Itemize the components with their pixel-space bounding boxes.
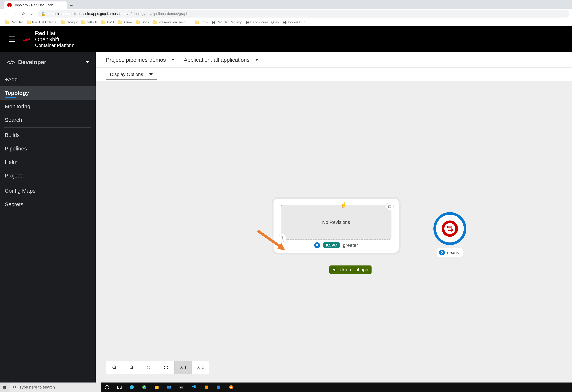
pointer-cursor-icon: ☝ bbox=[340, 202, 347, 208]
no-revisions-label: No Revisions bbox=[322, 220, 350, 225]
globe-icon bbox=[283, 21, 286, 24]
new-tab-button[interactable]: ＋ bbox=[67, 2, 75, 9]
perspective-switcher[interactable]: </> Developer bbox=[0, 53, 96, 71]
svg-point-0 bbox=[443, 222, 457, 235]
sidebar-item-secrets[interactable]: Secrets bbox=[0, 198, 96, 211]
bookmark-label: Docker Hub bbox=[288, 20, 305, 24]
task-view-icon[interactable] bbox=[113, 382, 126, 392]
build-decorator[interactable] bbox=[279, 234, 286, 242]
terminal-icon[interactable] bbox=[175, 382, 188, 392]
sidebar-item-pipelines[interactable]: Pipelines bbox=[0, 142, 96, 155]
ksvc-node[interactable]: No Revisions K KSVC greeter bbox=[272, 197, 400, 254]
nav-back-button[interactable]: ← bbox=[2, 10, 10, 17]
chrome-canary-icon[interactable] bbox=[225, 382, 237, 392]
bookmark-item[interactable]: Red Hat External bbox=[27, 20, 57, 24]
masthead: Red Hat OpenShift Container Platform bbox=[0, 26, 572, 52]
bookmark-item[interactable]: Docs bbox=[136, 20, 149, 24]
url-bar[interactable]: 🔒 console-openshift-console.apps.gcp.kam… bbox=[38, 10, 570, 17]
app-body: </> Developer +AddTopologyMonitoringSear… bbox=[0, 52, 572, 382]
canvas-toolbar: 1 2 bbox=[106, 361, 209, 374]
bookmark-item[interactable]: Red Hat Registry bbox=[212, 20, 241, 24]
address-row: ← → ⟳ ⌂ 🔒 console-openshift-console.apps… bbox=[0, 9, 572, 19]
bookmark-label: Repositories · Quay bbox=[250, 20, 279, 24]
bookmark-item[interactable]: Azure bbox=[118, 20, 132, 24]
perspective-label: Developer bbox=[18, 59, 46, 65]
svg-rect-11 bbox=[3, 387, 5, 389]
sidebar-item-search[interactable]: Search bbox=[0, 113, 96, 127]
globe-icon bbox=[212, 21, 215, 24]
layout-2-button[interactable]: 2 bbox=[192, 361, 209, 374]
bookmark-item[interactable]: Red Hat bbox=[5, 20, 23, 24]
sidebar-item-config-maps[interactable]: Config Maps bbox=[0, 184, 96, 198]
zoom-out-button[interactable] bbox=[123, 361, 140, 374]
folder-icon bbox=[195, 21, 199, 24]
deployment-name: nexus bbox=[447, 250, 459, 255]
svg-point-6 bbox=[198, 367, 199, 367]
layout-1-count: 1 bbox=[184, 365, 186, 370]
bookmark-item[interactable]: AWS bbox=[101, 20, 114, 24]
reset-view-button[interactable] bbox=[157, 361, 175, 374]
folder-icon bbox=[118, 21, 122, 24]
url-host: console-openshift-console.apps.gcp.kames… bbox=[48, 12, 128, 16]
cortana-icon[interactable] bbox=[101, 382, 113, 392]
brand: Red Hat OpenShift Container Platform bbox=[22, 30, 75, 48]
sidebar-item-topology[interactable]: Topology bbox=[0, 86, 96, 100]
application-name: all applications bbox=[214, 57, 250, 63]
deployment-circle bbox=[433, 212, 466, 245]
service-name: greeter bbox=[343, 242, 358, 248]
browser-tab[interactable]: Topology · Red Hat OpenShift C… × bbox=[4, 1, 67, 9]
app-badge: A bbox=[331, 267, 337, 272]
bookmark-item[interactable]: Docker Hub bbox=[283, 20, 305, 24]
edge-icon[interactable] bbox=[126, 382, 138, 392]
project-name: pipelines-demos bbox=[126, 57, 166, 63]
folder-icon bbox=[153, 21, 157, 24]
bookmark-label: Google bbox=[67, 20, 77, 24]
bookmark-item[interactable]: Tools bbox=[195, 20, 208, 24]
taskbar-search[interactable]: Type here to search bbox=[10, 382, 101, 392]
knative-badge: K bbox=[314, 242, 320, 248]
open-url-decorator[interactable] bbox=[386, 203, 394, 210]
zoom-in-button[interactable] bbox=[106, 361, 123, 374]
deployment-badge: D bbox=[439, 250, 445, 255]
folder-icon bbox=[5, 21, 9, 24]
deployment-node-nexus[interactable]: D nexus bbox=[433, 212, 466, 257]
nav-reload-button[interactable]: ⟳ bbox=[20, 10, 27, 17]
bookmark-item[interactable]: GitHub bbox=[81, 20, 97, 24]
nav-forward-button[interactable]: → bbox=[11, 10, 18, 17]
bookmark-item[interactable]: Google bbox=[61, 20, 77, 24]
bookmark-item[interactable]: Presentation Resou… bbox=[153, 20, 191, 24]
display-options-dropdown[interactable]: Display Options bbox=[106, 69, 157, 79]
folder-icon bbox=[101, 21, 105, 24]
start-button[interactable] bbox=[0, 382, 10, 392]
close-tab-icon[interactable]: × bbox=[60, 3, 63, 7]
chevron-down-icon bbox=[255, 59, 258, 61]
fit-screen-button[interactable] bbox=[140, 361, 157, 374]
application-group-label[interactable]: A tekton…al-app bbox=[329, 266, 372, 274]
svg-point-29 bbox=[230, 386, 232, 388]
openshift-favicon-icon bbox=[7, 3, 12, 7]
chevron-down-icon bbox=[149, 73, 153, 75]
sidebar-item-helm[interactable]: Helm bbox=[0, 155, 96, 169]
svg-rect-24 bbox=[180, 386, 183, 389]
sidebar-item-project[interactable]: Project bbox=[0, 169, 96, 182]
mail-icon[interactable] bbox=[163, 382, 175, 392]
application-dropdown[interactable]: Application: all applications bbox=[184, 57, 258, 63]
sidebar-item-builds[interactable]: Builds bbox=[0, 128, 96, 142]
svg-text:B: B bbox=[218, 386, 220, 389]
project-dropdown[interactable]: Project: pipelines-demos bbox=[106, 57, 175, 63]
file-explorer-icon[interactable] bbox=[150, 382, 163, 392]
nav-home-button[interactable]: ⌂ bbox=[29, 10, 36, 17]
sidebar-item--add[interactable]: +Add bbox=[0, 73, 96, 86]
topology-canvas[interactable]: No Revisions K KSVC greeter A tekton…al-… bbox=[96, 81, 572, 382]
url-path: /topology/ns/pipelines-demos/graph bbox=[130, 12, 188, 16]
sidebar-item-monitoring[interactable]: Monitoring bbox=[0, 100, 96, 113]
svg-point-3 bbox=[181, 367, 182, 367]
chrome-icon[interactable] bbox=[138, 382, 150, 392]
svg-rect-16 bbox=[120, 386, 121, 389]
brackets-icon[interactable]: B bbox=[212, 382, 225, 392]
hamburger-button[interactable] bbox=[9, 36, 15, 42]
bookmark-item[interactable]: Repositories · Quay bbox=[246, 20, 279, 24]
vscode-icon[interactable] bbox=[188, 382, 200, 392]
sublime-icon[interactable] bbox=[200, 382, 212, 392]
layout-1-button[interactable]: 1 bbox=[175, 361, 192, 374]
